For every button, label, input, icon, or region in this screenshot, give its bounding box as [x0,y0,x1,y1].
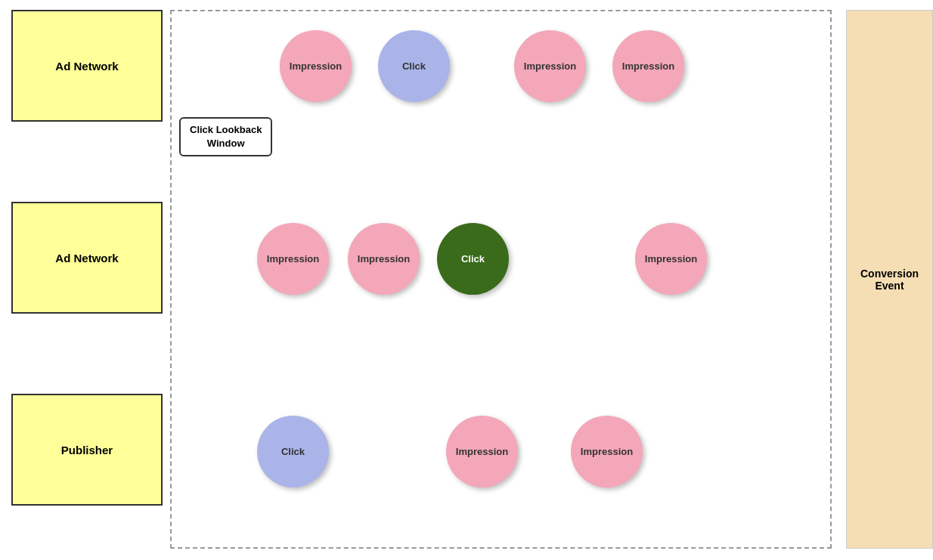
circle-r3-impression1: Impression [446,416,518,487]
conversion-label: Conversion Event [847,268,932,292]
ad-network-1-label: Ad Network [55,60,118,73]
publisher-label: Publisher [61,444,113,456]
ad-network-2-label: Ad Network [55,252,118,265]
circle-r3-impression2: Impression [571,416,643,487]
box-ad-network-2: Ad Network [11,202,163,314]
circle-r2-impression2: Impression [348,223,420,295]
conversion-event-column: Conversion Event [846,10,933,549]
box-ad-network-1: Ad Network [11,10,163,122]
circle-r2-impression1: Impression [257,223,329,295]
circle-r2-impression3: Impression [635,223,707,295]
diagram-container: Ad Network Ad Network Publisher Conversi… [0,0,933,560]
circle-r3-click: Click [257,416,329,487]
box-publisher: Publisher [11,394,163,506]
circle-r1-impression3: Impression [612,30,684,102]
circle-r2-click: Click [437,223,509,295]
circle-r1-impression2: Impression [514,30,586,102]
lookback-window-label: Click LookbackWindow [179,117,272,156]
circle-r1-impression1: Impression [280,30,352,102]
circle-r1-click: Click [378,30,450,102]
